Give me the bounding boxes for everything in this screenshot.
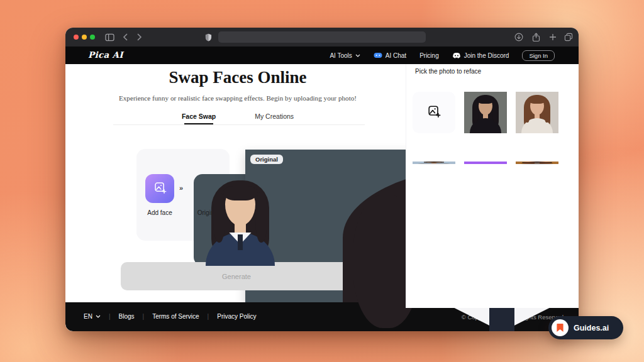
minimize-button[interactable]	[82, 35, 87, 40]
tab-bar: Face Swap My Creations	[112, 108, 364, 124]
maximize-button[interactable]	[90, 35, 95, 40]
close-button[interactable]	[74, 35, 79, 40]
browser-chrome	[65, 28, 579, 47]
add-face-label: Add face	[141, 209, 179, 216]
add-image-icon	[427, 104, 441, 121]
forward-icon[interactable]	[136, 28, 142, 47]
upload-photo-button[interactable]	[413, 92, 455, 133]
nav-discord[interactable]: Join the Discord	[452, 52, 509, 59]
footer-link-privacy[interactable]: Privacy Policy	[217, 313, 256, 320]
photo-thumb-witch-orange-hair[interactable]	[516, 162, 558, 164]
nav-ai-tools[interactable]: AI Tools	[330, 52, 360, 59]
tab-overview-icon[interactable]	[564, 28, 573, 47]
tab-divider	[113, 124, 365, 125]
share-icon[interactable]	[532, 28, 540, 47]
swap-arrow: »	[179, 184, 183, 192]
tab-face-swap[interactable]: Face Swap	[182, 112, 216, 124]
nav-pricing[interactable]: Pricing	[419, 52, 439, 59]
back-icon[interactable]	[123, 28, 128, 47]
page-title: Swap Faces Online	[112, 68, 364, 87]
guides-badge[interactable]: Guides.ai	[548, 316, 623, 339]
photo-thumb-man-curly-hair[interactable]	[413, 162, 455, 164]
address-bar[interactable]	[218, 31, 426, 43]
site-logo[interactable]: Pica AI	[88, 50, 123, 60]
page-subtitle: Experience funny or realistic face swapp…	[87, 94, 389, 102]
guides-badge-label: Guides.ai	[574, 324, 609, 332]
photo-thumb-schoolgirl-uniform[interactable]	[464, 162, 507, 164]
photo-picker-title: Pick the photo to reface	[415, 68, 481, 75]
nav-ai-chat[interactable]: AI Chat	[374, 52, 406, 59]
tab-my-creations[interactable]: My Creations	[255, 112, 294, 124]
generate-button[interactable]: Generate	[121, 262, 352, 290]
chevron-down-icon	[96, 315, 101, 318]
language-selector[interactable]: EN	[84, 313, 101, 320]
face-swap-card: » Add face Original	[136, 149, 230, 241]
footer-link-blogs[interactable]: Blogs	[119, 313, 135, 320]
download-icon[interactable]	[514, 28, 523, 47]
add-face-button[interactable]	[145, 174, 174, 203]
photo-picker-panel: Pick the photo to reface	[406, 64, 579, 308]
chevron-down-icon	[355, 54, 360, 57]
sidebar-toggle-icon[interactable]	[105, 28, 114, 47]
desktop-background: Pica AI AI Tools AI Chat Pricing Join th…	[0, 0, 644, 362]
new-tab-icon[interactable]	[549, 28, 557, 47]
add-image-icon	[153, 181, 167, 197]
photo-thumb-woman-retro-curls[interactable]	[516, 92, 558, 133]
discord-icon	[452, 52, 461, 59]
preview-badge: Original	[250, 155, 283, 164]
photo-grid	[413, 92, 558, 173]
browser-window: Pica AI AI Tools AI Chat Pricing Join th…	[65, 28, 579, 331]
sign-in-button[interactable]: Sign In	[522, 50, 555, 61]
chat-icon	[374, 52, 382, 59]
photo-thumb-woman-leather-jacket[interactable]	[464, 92, 507, 133]
site-navbar: Pica AI AI Tools AI Chat Pricing Join th…	[65, 47, 579, 64]
bookmark-icon	[552, 319, 569, 336]
shield-icon[interactable]	[205, 28, 212, 47]
footer-link-terms[interactable]: Terms of Service	[152, 313, 199, 320]
